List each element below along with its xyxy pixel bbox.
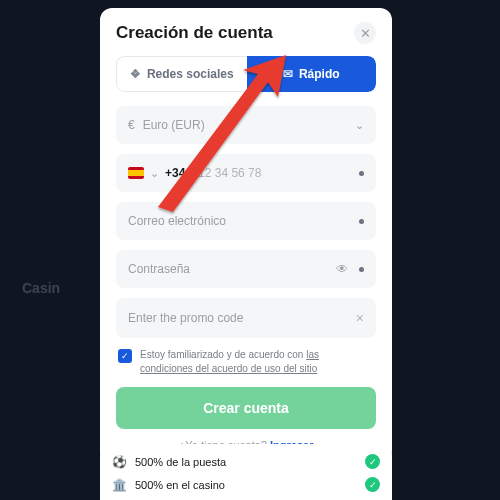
bonus-label: 500% en el casino xyxy=(135,479,225,491)
soccer-icon: ⚽ xyxy=(112,455,127,469)
consent-text: Estoy familiarizado y de acuerdo con las… xyxy=(140,348,374,375)
chevron-down-icon[interactable]: ⌄ xyxy=(150,167,159,180)
bonus-row[interactable]: ⚽ 500% de la puesta ✓ xyxy=(110,450,382,473)
password-placeholder: Contraseña xyxy=(128,262,190,276)
password-input[interactable]: Contraseña 👁 xyxy=(116,250,376,288)
flag-es-icon xyxy=(128,167,144,179)
bonus-label: 500% de la puesta xyxy=(135,456,226,468)
envelope-icon: ✉ xyxy=(283,67,293,81)
signup-tabs: ❖ Redes sociales ✉ Rápido xyxy=(116,56,376,92)
tab-quick-label: Rápido xyxy=(299,67,340,81)
check-icon: ✓ xyxy=(365,477,380,492)
create-account-button[interactable]: Crear cuenta xyxy=(116,387,376,429)
social-icon: ❖ xyxy=(130,67,141,81)
consent-checkbox[interactable]: ✓ xyxy=(118,349,132,363)
phone-placeholder: 612 34 56 78 xyxy=(191,166,261,180)
modal-header: Creación de cuenta ✕ xyxy=(116,22,376,44)
clear-icon[interactable]: × xyxy=(356,310,364,326)
euro-icon: € xyxy=(128,118,135,132)
phone-prefix: +34 xyxy=(165,166,185,180)
bonus-row[interactable]: 🧾 Reembolso de hasta el 30 % ✓ xyxy=(110,496,382,500)
tab-social-label: Redes sociales xyxy=(147,67,234,81)
consent-row: ✓ Estoy familiarizado y de acuerdo con l… xyxy=(118,348,374,375)
status-dot-icon xyxy=(359,267,364,272)
promo-placeholder: Enter the promo code xyxy=(128,311,243,325)
promo-input[interactable]: Enter the promo code × xyxy=(116,298,376,338)
close-icon[interactable]: ✕ xyxy=(354,22,376,44)
status-dot-icon xyxy=(359,171,364,176)
phone-input[interactable]: ⌄ +34 612 34 56 78 xyxy=(116,154,376,192)
status-dot-icon xyxy=(359,219,364,224)
currency-select[interactable]: € Euro (EUR) ⌄ xyxy=(116,106,376,144)
background-text: Casin xyxy=(22,280,60,296)
email-input[interactable]: Correo electrónico xyxy=(116,202,376,240)
modal-title: Creación de cuenta xyxy=(116,23,273,43)
eye-icon[interactable]: 👁 xyxy=(336,262,348,276)
currency-label: Euro (EUR) xyxy=(143,118,205,132)
casino-icon: 🏛️ xyxy=(112,478,127,492)
check-icon: ✓ xyxy=(365,454,380,469)
email-placeholder: Correo electrónico xyxy=(128,214,226,228)
tab-social[interactable]: ❖ Redes sociales xyxy=(116,56,247,92)
bonus-row[interactable]: 🏛️ 500% en el casino ✓ xyxy=(110,473,382,496)
tab-quick[interactable]: ✉ Rápido xyxy=(247,56,377,92)
chevron-down-icon: ⌄ xyxy=(355,119,364,132)
signup-modal: Creación de cuenta ✕ ❖ Redes sociales ✉ … xyxy=(100,8,392,463)
bonus-panel: ⚽ 500% de la puesta ✓ 🏛️ 500% en el casi… xyxy=(100,444,392,500)
